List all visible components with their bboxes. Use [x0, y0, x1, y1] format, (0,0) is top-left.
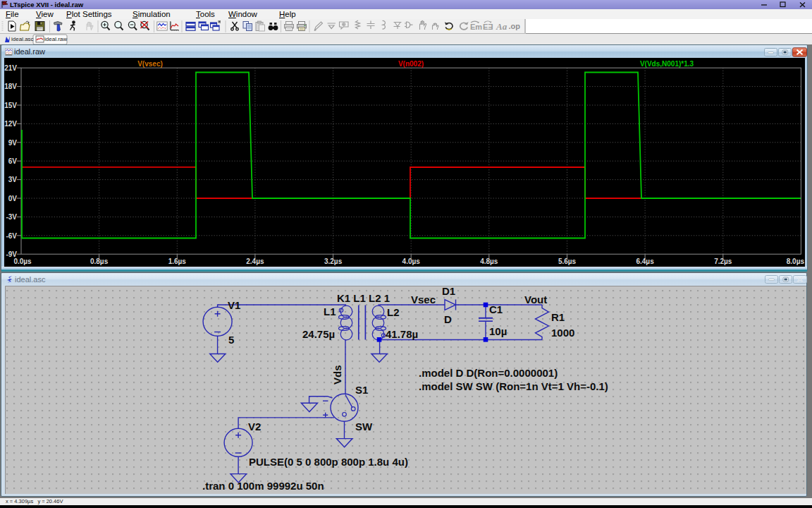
svg-text:7.2µs: 7.2µs [714, 258, 732, 265]
svg-text:4.0µs: 4.0µs [402, 258, 421, 265]
svg-text:1000: 1000 [551, 327, 574, 339]
svg-text:K1 L1 L2 1: K1 L1 L2 1 [337, 292, 390, 304]
svg-text:Aa: Aa [496, 21, 508, 32]
svg-text:D: D [444, 313, 452, 325]
svg-text:V(n002): V(n002) [398, 60, 424, 68]
svg-text:L1: L1 [324, 306, 336, 318]
svg-text:0.8µs: 0.8µs [90, 258, 109, 265]
svg-text:SW: SW [355, 421, 373, 433]
svg-text:S1: S1 [355, 384, 368, 396]
svg-text:4.8µs: 4.8µs [480, 258, 498, 265]
svg-text:Vds: Vds [331, 365, 343, 385]
svg-text:.tran 0 100m 99992u 50n: .tran 0 100m 99992u 50n [202, 480, 324, 492]
svg-text:Vout: Vout [524, 294, 547, 306]
svg-text:.model D D(Ron=0.0000001): .model D D(Ron=0.0000001) [419, 367, 558, 379]
svg-text:PULSE(0 5 0 800p 800p 1.8u 4u): PULSE(0 5 0 800p 800p 1.8u 4u) [249, 456, 408, 468]
svg-text:1.6µs: 1.6µs [168, 258, 187, 265]
svg-text:.op: .op [509, 22, 521, 30]
svg-text:C1: C1 [489, 303, 503, 315]
svg-text:41.78µ: 41.78µ [386, 328, 418, 340]
svg-text:5: 5 [228, 334, 234, 346]
svg-text:3.2µs: 3.2µs [324, 258, 343, 265]
svg-text:Em: Em [470, 23, 482, 31]
svg-text:9V: 9V [8, 139, 18, 147]
svg-text:V1: V1 [228, 299, 240, 311]
svg-text:-3V: -3V [6, 213, 17, 221]
svg-text:0V: 0V [8, 195, 18, 202]
svg-text:L2: L2 [387, 306, 400, 318]
svg-text:18V: 18V [4, 83, 17, 90]
svg-text:8.0µs: 8.0µs [787, 258, 805, 265]
svg-text:R1: R1 [551, 311, 565, 323]
svg-text:6.4µs: 6.4µs [636, 258, 654, 265]
svg-text:V(vsec): V(vsec) [137, 60, 163, 68]
svg-text:15V: 15V [4, 102, 17, 109]
svg-text:D1: D1 [442, 286, 455, 297]
svg-text:3V: 3V [8, 176, 18, 183]
svg-text:-6V: -6V [6, 232, 17, 240]
svg-text:V(Vds,N001)*1.3: V(Vds,N001)*1.3 [640, 60, 694, 68]
svg-text:V2: V2 [248, 421, 261, 433]
svg-text:21V: 21V [4, 64, 17, 72]
svg-text:24.75µ: 24.75µ [302, 328, 335, 340]
svg-text:EƎ: EƎ [483, 23, 493, 31]
svg-text:5.6µs: 5.6µs [558, 258, 577, 265]
svg-text:0.0µs: 0.0µs [13, 258, 32, 265]
svg-text:2.4µs: 2.4µs [246, 258, 264, 265]
svg-text:.model SW SW (Ron=1n Vt=1 Vh=-: .model SW SW (Ron=1n Vt=1 Vh=-0.1) [419, 380, 608, 392]
svg-text:6V: 6V [8, 157, 18, 165]
svg-text:Vsec: Vsec [411, 294, 436, 306]
svg-text:10µ: 10µ [489, 325, 507, 337]
svg-text:12V: 12V [4, 120, 17, 128]
